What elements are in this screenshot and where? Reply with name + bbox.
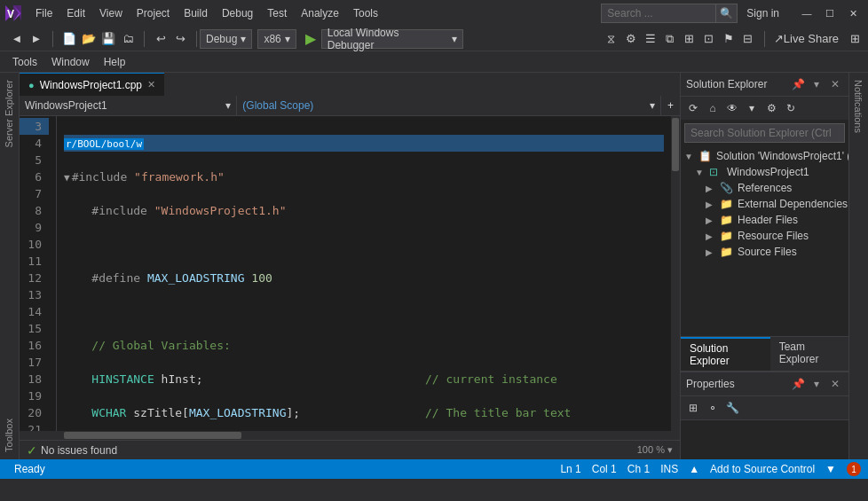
panel-controls: 📌 ▾ ✕	[790, 76, 843, 92]
config-dropdown[interactable]: Debug ▾	[200, 29, 252, 49]
references-node[interactable]: ▶ 📎 References	[681, 180, 848, 196]
debug-btn8[interactable]: ⊟	[738, 29, 758, 49]
menu-tools[interactable]: Tools	[346, 4, 385, 23]
header-files-node[interactable]: ▶ 📁 Header Files	[681, 212, 848, 228]
ready-status: Ready	[7, 463, 52, 475]
tab-title: WindowsProject1.cpp	[40, 79, 142, 91]
close-button[interactable]: ✕	[841, 4, 864, 23]
header-icon: 📁	[720, 214, 734, 226]
resource-files-node[interactable]: ▶ 📁 Resource Files	[681, 228, 848, 244]
sol-sync-button[interactable]: ⟳	[684, 99, 702, 117]
new-file-button[interactable]: 📄	[59, 29, 79, 49]
prop-pin-button[interactable]: 📌	[790, 376, 806, 392]
ext-deps-expand-icon: ▶	[706, 200, 720, 209]
sol-extra-button[interactable]: ↻	[782, 99, 800, 117]
code-content[interactable]: r/BOOL/bool/w ▼#include "framework.h" #i…	[57, 116, 671, 431]
save-all-button[interactable]: 🗂	[118, 29, 138, 49]
sol-explorer-tab[interactable]: Solution Explorer	[681, 337, 770, 371]
editor-tab[interactable]: ● WindowsProject1.cpp ✕	[20, 73, 164, 96]
source-control-label[interactable]: Add to Source Control	[710, 463, 815, 475]
dropdown-button[interactable]: ▾	[809, 76, 825, 92]
menu-edit[interactable]: Edit	[59, 4, 92, 23]
maximize-button[interactable]: ☐	[818, 4, 841, 23]
prop-wrench-button[interactable]: 🔧	[723, 399, 741, 417]
pin-button[interactable]: 📌	[790, 76, 806, 92]
panel-tabs: Solution Explorer Team Explorer	[681, 336, 848, 371]
menu-file[interactable]: File	[28, 4, 59, 23]
live-share-button[interactable]: ↗ Live Share	[768, 29, 845, 49]
debug-btn6[interactable]: ⊡	[699, 29, 719, 49]
platform-dropdown[interactable]: x86 ▾	[257, 29, 296, 49]
ext-window[interactable]: Window	[44, 54, 97, 70]
prop-category-button[interactable]: ⊞	[684, 399, 702, 417]
solution-icon: 📋	[698, 150, 713, 162]
sol-settings-button[interactable]: ⚙	[762, 99, 780, 117]
global-search-input[interactable]	[601, 4, 716, 23]
debug-btn4[interactable]: ⧉	[660, 29, 680, 49]
open-file-button[interactable]: 📂	[79, 29, 99, 49]
solution-explorer-header: Solution Explorer 📌 ▾ ✕	[681, 73, 848, 97]
menu-analyze[interactable]: Analyze	[294, 4, 346, 23]
prop-panel-controls: 📌 ▾ ✕	[790, 376, 843, 392]
extra-btn[interactable]: ⊞	[845, 29, 864, 49]
zoom-level: 100 % ▾	[637, 444, 673, 456]
sol-home-button[interactable]: ⌂	[704, 99, 722, 117]
minimize-button[interactable]: —	[795, 4, 818, 23]
vs-logo-icon: V	[4, 4, 23, 23]
debug-btn2[interactable]: ⚙	[621, 29, 641, 49]
debug-btn1[interactable]: ⧖	[602, 29, 621, 49]
menu-project[interactable]: Project	[130, 4, 177, 23]
solution-node[interactable]: ▼ 📋 Solution 'WindowsProject1' (1	[681, 148, 848, 164]
notifications-label[interactable]: Notifications	[849, 73, 867, 140]
team-explorer-tab[interactable]: Team Explorer	[770, 337, 848, 371]
notification-badge[interactable]: 1	[847, 462, 861, 476]
menu-view[interactable]: View	[92, 4, 130, 23]
debug-btn7[interactable]: ⚑	[719, 29, 738, 49]
start-debug-button[interactable]: ▶	[302, 30, 320, 47]
tab-bar: ● WindowsProject1.cpp ✕	[20, 73, 680, 96]
tab-close-button[interactable]: ✕	[147, 79, 155, 90]
debugger-dropdown[interactable]: Local Windows Debugger ▾	[321, 29, 463, 49]
editor-header: WindowsProject1 ▾ (Global Scope) ▾ +	[20, 96, 680, 116]
vertical-scrollbar[interactable]	[671, 116, 680, 431]
menu-test[interactable]: Test	[260, 4, 294, 23]
ext-extensions[interactable]: Tools	[5, 54, 44, 70]
line-numbers: 3 4 5 6 7 8 9 10 11 12 13 14 15 16 17 18…	[20, 116, 57, 431]
redo-button[interactable]: ↪	[170, 29, 190, 49]
back-button[interactable]: ◄	[7, 29, 27, 49]
add-file-button[interactable]: +	[660, 96, 680, 115]
forward-button[interactable]: ►	[27, 29, 46, 49]
prop-alpha-button[interactable]: ⚬	[704, 399, 722, 417]
menu-build[interactable]: Build	[177, 4, 215, 23]
global-search-icon[interactable]: 🔍	[716, 4, 738, 23]
menu-debug[interactable]: Debug	[215, 4, 260, 23]
sol-show-all-button[interactable]: 👁	[723, 99, 741, 117]
project-label: WindowsProject1	[727, 166, 809, 178]
ext-help[interactable]: Help	[97, 54, 133, 70]
debug-btn3[interactable]: ☰	[641, 29, 660, 49]
sol-filter-button[interactable]: ▾	[743, 99, 761, 117]
project-node[interactable]: ▼ ⊡ WindowsProject1	[681, 164, 848, 180]
scroll-thumb-vertical[interactable]	[672, 118, 679, 171]
source-files-node[interactable]: ▶ 📁 Source Files	[681, 244, 848, 260]
prop-close-button[interactable]: ✕	[827, 376, 843, 392]
scroll-thumb-horizontal[interactable]	[64, 432, 241, 439]
panel-close-button[interactable]: ✕	[827, 76, 843, 92]
scope-left-dropdown[interactable]: WindowsProject1 ▾	[20, 96, 237, 115]
save-button[interactable]: 💾	[99, 29, 118, 49]
undo-button[interactable]: ↩	[151, 29, 170, 49]
properties-title: Properties	[686, 378, 735, 390]
sign-in-button[interactable]: Sign in	[738, 4, 788, 23]
toolbar-file-group: 📄 📂 💾 🗂	[56, 29, 141, 49]
solution-expand-icon: ▼	[684, 152, 698, 161]
horizontal-scrollbar[interactable]	[20, 431, 680, 440]
arrows-up: ▲	[689, 463, 699, 475]
server-explorer-label[interactable]: Server Explorer	[0, 73, 19, 154]
toolbox-label[interactable]: Toolbox	[0, 411, 19, 459]
debug-btn5[interactable]: ⊞	[680, 29, 699, 49]
solution-explorer-search[interactable]	[684, 123, 845, 143]
code-editor[interactable]: 3 4 5 6 7 8 9 10 11 12 13 14 15 16 17 18…	[20, 116, 680, 431]
scope-right-dropdown[interactable]: (Global Scope) ▾	[237, 96, 660, 115]
prop-dropdown-button[interactable]: ▾	[809, 376, 825, 392]
external-deps-node[interactable]: ▶ 📁 External Dependencies	[681, 196, 848, 212]
